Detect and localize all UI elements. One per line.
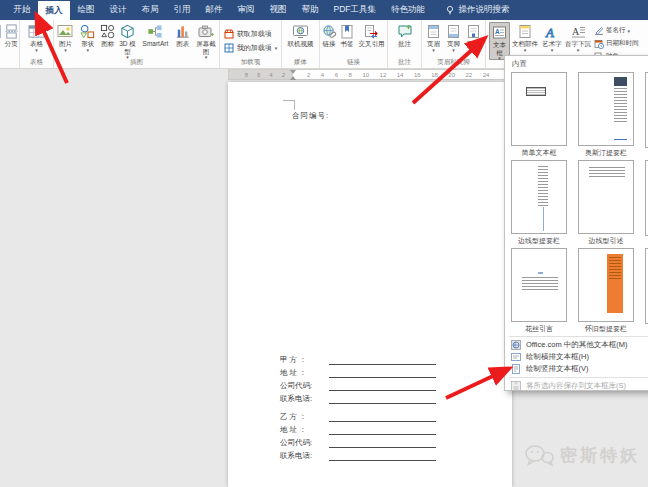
ruler-margin-zone: 8 6 4 2	[229, 70, 293, 79]
textbox-style-clipped[interactable]	[642, 246, 648, 334]
document-page[interactable]: 合同编号: 甲 方 ： 地 址 ： 公司代码: 联系电话: 乙 方 ： 地 址 …	[228, 82, 512, 487]
page-break-icon	[4, 24, 19, 39]
shapes-icon	[80, 24, 95, 39]
chart-button[interactable]: 图表	[172, 22, 193, 60]
tab-review[interactable]: 审阅	[230, 0, 262, 20]
3d-models-button[interactable]: 3D 模型 ▾	[117, 22, 139, 60]
menu-separator	[509, 377, 648, 378]
menu-item-draw-vertical-textbox[interactable]: 绘制竖排文本框(V)	[505, 363, 648, 375]
shapes-button[interactable]: 形状 ▾	[77, 22, 99, 60]
textbox-style-clipped[interactable]	[642, 70, 648, 158]
tab-layout[interactable]: 布局	[134, 0, 166, 20]
group-label-links: 链接	[320, 58, 387, 67]
dropdown-caret: ▾	[87, 48, 90, 52]
indent-marker[interactable]	[290, 70, 297, 80]
textbox-style-clipped[interactable]	[642, 158, 648, 246]
tell-me-search[interactable]: 操作说明搜索	[433, 0, 510, 20]
form-line: 甲 方 ：	[280, 352, 436, 365]
textbox-style-edge-sidebar[interactable]: 边线型提要栏	[508, 158, 575, 246]
dropdown-caret: ▾	[432, 48, 435, 52]
form-line: 联系电话:	[280, 448, 436, 461]
signature-line-button[interactable]: 签名行 ▾	[592, 24, 641, 37]
online-video-icon	[292, 24, 309, 39]
tab-pdf-tools[interactable]: PDF工具集	[326, 0, 384, 20]
table-button[interactable]: 表格 ▾	[23, 22, 51, 60]
tab-draw[interactable]: 绘图	[70, 0, 102, 20]
tab-home[interactable]: 开始	[6, 0, 38, 20]
smartart-button[interactable]: SmartArt	[139, 22, 173, 60]
date-time-button[interactable]: 日期和时间	[592, 37, 641, 50]
textbox-style-retrospect[interactable]: 怀旧型提要栏	[575, 246, 642, 334]
dropdown-caret: ▾	[628, 29, 631, 33]
tab-references[interactable]: 引用	[166, 0, 198, 20]
3d-model-icon	[120, 24, 135, 39]
link-button[interactable]: 链接	[321, 22, 338, 60]
form-line: 乙 方 ：	[280, 409, 436, 422]
my-addins-button[interactable]: 我的加载项 ▾	[221, 41, 281, 55]
textbox-style-filigree[interactable]: 花丝引言	[508, 246, 575, 334]
screenshot-icon	[198, 24, 214, 39]
page-break-button[interactable]: 分页	[4, 22, 20, 60]
form-line: 地 址 ：	[280, 365, 436, 378]
group-label-addins: 加载项	[220, 58, 281, 67]
footer-icon	[447, 24, 460, 39]
page-number-icon	[467, 24, 480, 39]
tab-special-features[interactable]: 特色功能	[384, 0, 433, 20]
menu-separator	[509, 336, 648, 337]
tab-help[interactable]: 帮助	[294, 0, 326, 20]
store-icon	[224, 29, 234, 39]
cross-reference-button[interactable]: 交叉引用	[357, 22, 387, 60]
horizontal-ruler[interactable]: 8 6 4 2 2 4 6 8 10 12 14 16 18 20 22 24	[228, 69, 512, 80]
group-illustrations: 图片 ▾ 形状 ▾ 图标 3D 模型 ▾ SmartArt	[54, 20, 220, 68]
dropdown-caret: ▾	[551, 48, 554, 52]
footer-button[interactable]: 页脚 ▾	[444, 22, 464, 60]
textbox-style-simple[interactable]: 简单文本框	[508, 70, 575, 158]
tab-design[interactable]: 设计	[102, 0, 134, 20]
blank-underline	[329, 439, 436, 448]
textbox-style-austin[interactable]: 奥斯汀提要栏	[575, 70, 642, 158]
svg-text:A: A	[572, 26, 580, 37]
get-addins-button[interactable]: 获取加载项	[221, 27, 281, 41]
header-button[interactable]: 页眉 ▾	[424, 22, 444, 60]
online-video-button[interactable]: 联机视频	[285, 22, 317, 60]
screenshot-button[interactable]: 屏幕截图 ▾	[193, 22, 219, 60]
tab-mailings[interactable]: 邮件	[198, 0, 230, 20]
textbox-style-edge-quote[interactable]: 边线型引述	[575, 158, 642, 246]
margin-crop-mark	[283, 100, 295, 110]
comment-button[interactable]: 批注	[392, 22, 418, 60]
tab-insert[interactable]: 插入	[38, 1, 70, 20]
pictures-icon	[57, 24, 73, 39]
form-line: 联系电话:	[280, 391, 436, 404]
watermark-text: 密斯特妖	[560, 444, 640, 467]
contract-number-text: 合同编号:	[292, 111, 329, 121]
textbox-dropdown-panel: 内置 简单文本框 奥斯汀提要栏 边线型提要栏 边线型引述	[504, 55, 648, 391]
group-label-media: 媒体	[282, 58, 319, 67]
table-icon	[28, 24, 45, 39]
dropdown-caret: ▾	[452, 48, 455, 52]
chart-icon	[175, 24, 190, 39]
draw-vertical-textbox-icon	[511, 364, 521, 374]
group-header-footer: 页眉 ▾ 页脚 ▾ 页码 ▾ 页眉和页脚	[422, 20, 486, 68]
tab-view[interactable]: 视图	[262, 0, 294, 20]
icons-button[interactable]: 图标	[99, 22, 117, 60]
svg-text:A: A	[545, 25, 554, 40]
tell-me-label: 操作说明搜索	[459, 4, 510, 16]
group-comments: 批注 批注	[388, 20, 422, 68]
page-number-button[interactable]: 页码 ▾	[464, 22, 484, 60]
menu-item-save-selection-to-gallery[interactable]: 将所选内容保存到文本框库(S)	[505, 380, 648, 392]
group-links: 链接 书签 交叉引用 链接	[320, 20, 388, 68]
comment-icon	[397, 24, 413, 39]
group-pages: 页 分页 页	[0, 20, 20, 68]
bookmark-icon	[340, 24, 354, 39]
pictures-button[interactable]: 图片 ▾	[54, 22, 77, 60]
menu-item-draw-horizontal-textbox[interactable]: 绘制横排文本框(H)	[505, 351, 648, 363]
quick-parts-icon	[518, 24, 532, 39]
cross-reference-icon	[364, 24, 379, 39]
contract-form: 甲 方 ： 地 址 ： 公司代码: 联系电话: 乙 方 ： 地 址 ： 公司代码…	[280, 352, 436, 461]
menu-item-more-textboxes[interactable]: Office.com 中的其他文本框(M)	[505, 339, 648, 351]
dropdown-caret: ▾	[275, 46, 278, 50]
smartart-icon	[147, 24, 163, 39]
wordart-icon: A	[544, 24, 560, 39]
bookmark-button[interactable]: 书签	[338, 22, 357, 60]
group-media: 联机视频 媒体	[282, 20, 320, 68]
